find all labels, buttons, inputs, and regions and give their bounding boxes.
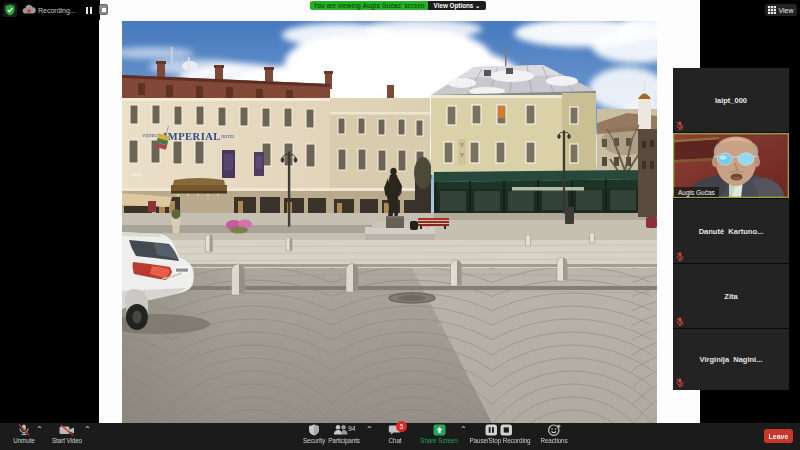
svg-text:Recording...: Recording... <box>38 7 76 15</box>
svg-text:94: 94 <box>348 425 355 432</box>
svg-text:IMPERIAL: IMPERIAL <box>163 131 221 142</box>
svg-text:HOTEL: HOTEL <box>221 134 235 139</box>
svg-text:ttlery: ttlery <box>131 172 142 177</box>
